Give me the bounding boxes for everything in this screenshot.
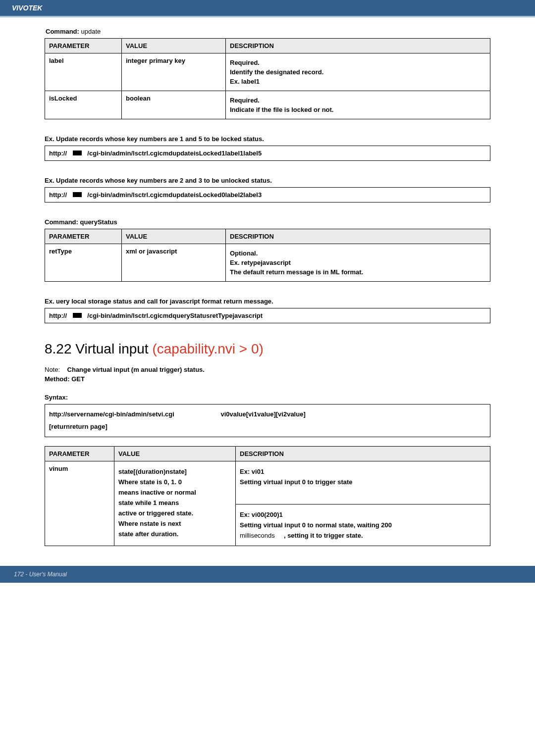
table-header-row: PARAMETER VALUE DESCRIPTION (45, 447, 490, 461)
desc-line: Required. (230, 97, 486, 104)
note-prefix: Note: (45, 366, 60, 373)
command-value: update (81, 28, 101, 35)
vinum-param-table: PARAMETER VALUE DESCRIPTION vinum state[… (45, 446, 490, 546)
desc-span: , setting it to trigger state. (284, 532, 363, 539)
desc-line: Indicate if the file is locked or not. (230, 106, 486, 113)
desc-line: Optional. (230, 250, 486, 257)
desc-cell: Required. Indicate if the file is locked… (226, 91, 490, 119)
section-heading: 8.22 Virtual input (capability.nvi > 0) (45, 341, 490, 357)
col-parameter: PARAMETER (45, 39, 122, 53)
page-content: Command: update PARAMETER VALUE DESCRIPT… (0, 17, 535, 546)
note-text: Change virtual input (m anual trigger) s… (67, 366, 205, 373)
col-description: DESCRIPTION (226, 39, 490, 53)
url-prefix: http:// (49, 150, 67, 157)
desc-cell: Optional. Ex. retypejavascript The defau… (226, 244, 490, 282)
col-parameter: PARAMETER (45, 447, 114, 461)
table-row: label integer primary key Required. Iden… (45, 53, 490, 91)
brand-header: VIVOTEK (0, 0, 535, 17)
page-footer: 172 - User's Manual (0, 566, 535, 583)
method-text: Method: GET (45, 375, 85, 383)
redacted-host-icon (73, 192, 82, 197)
desc-span: milliseconds (240, 532, 275, 539)
col-parameter: PARAMETER (45, 229, 122, 244)
command-update-title: Command: update (45, 26, 490, 38)
syntax-label: Syntax: (45, 394, 490, 401)
brand-text: VIVOTEK (12, 4, 42, 12)
col-description: DESCRIPTION (236, 447, 490, 461)
desc-line: milliseconds , setting it to trigger sta… (240, 532, 486, 539)
col-value: VALUE (122, 39, 226, 53)
value-line: Where state is 0, 1. 0 (118, 478, 231, 486)
col-value: VALUE (114, 447, 236, 461)
desc-line: Ex. label1 (230, 78, 486, 85)
value-line: Where nstate is next (118, 520, 231, 527)
col-description: DESCRIPTION (226, 229, 490, 244)
example-label: Ex. Update records whose key numbers are… (45, 177, 490, 184)
command-query-title: Command: queryStatus (45, 218, 490, 226)
note-line: Note: Change virtual input (m anual trig… (45, 366, 490, 373)
redacted-host-icon (73, 313, 82, 318)
example-label: Ex. uery local storage status and call f… (45, 298, 490, 305)
syntax-left: http://servername/cgi-bin/admin/setvi.cg… (49, 410, 174, 418)
value-line: means inactive or normal (118, 489, 231, 496)
query-param-table: PARAMETER VALUE DESCRIPTION retType xml … (45, 229, 490, 282)
example-url-box: http:// /cgi-bin/admin/lsctrl.cgicmdupda… (45, 187, 490, 202)
table-header-row: PARAMETER VALUE DESCRIPTION (45, 229, 490, 244)
url-path: /cgi-bin/admin/lsctrl.cgicmdupdateisLock… (87, 191, 262, 199)
redacted-host-icon (73, 151, 82, 155)
desc-cell: Required. Identify the designated record… (226, 53, 490, 91)
desc-line: Setting virtual input 0 to normal state,… (240, 521, 486, 529)
value-line: state while 1 means (118, 499, 231, 506)
url-path: /cgi-bin/admin/lsctrl.cgicmdupdateisLock… (87, 150, 262, 157)
desc-line: Required. (230, 59, 486, 66)
example-url-box: http:// /cgi-bin/admin/lsctrl.cgicmdquer… (45, 308, 490, 323)
value-line: state after duration. (118, 530, 231, 538)
table-header-row: PARAMETER VALUE DESCRIPTION (45, 39, 490, 53)
table-row: retType xml or javascript Optional. Ex. … (45, 244, 490, 282)
section-condition: (capability.nvi > 0) (152, 341, 263, 356)
desc-line: Ex: vi01 (240, 468, 486, 475)
url-path: /cgi-bin/admin/lsctrl.cgicmdqueryStatusr… (87, 312, 263, 319)
desc-cell: Ex: vi01 Setting virtual input 0 to trig… (236, 461, 490, 546)
url-prefix: http:// (49, 312, 67, 319)
update-param-table: PARAMETER VALUE DESCRIPTION label intege… (45, 38, 490, 119)
desc-line: The default return message is in ML form… (230, 268, 486, 276)
param-cell: retType (45, 244, 122, 282)
param-cell: isLocked (45, 91, 122, 119)
desc-line: Identify the designated record. (230, 68, 486, 76)
desc-line: Setting virtual input 0 to trigger state (240, 478, 486, 486)
section-number: 8.22 Virtual input (45, 341, 149, 356)
value-cell: integer primary key (122, 53, 226, 91)
syntax-right: vi0value[vi1value][vi2value] (220, 408, 305, 421)
value-line: active or triggered state. (118, 509, 231, 517)
value-cell: xml or javascript (122, 244, 226, 282)
footer-text: 172 - User's Manual (14, 571, 67, 578)
desc-line: Ex: vi00(200)1 (240, 511, 486, 518)
desc-line: Ex. retypejavascript (230, 259, 486, 266)
url-prefix: http:// (49, 191, 67, 199)
example-label: Ex. Update records whose key numbers are… (45, 135, 490, 143)
table-row: isLocked boolean Required. Indicate if t… (45, 91, 490, 119)
value-line: state[(duration)nstate] (118, 468, 231, 475)
param-cell: label (45, 53, 122, 91)
value-cell: boolean (122, 91, 226, 119)
example-url-box: http:// /cgi-bin/admin/lsctrl.cgicmdupda… (45, 146, 490, 161)
method-line: Method: GET (45, 375, 490, 383)
syntax-line2: [returnreturn page] (49, 423, 107, 430)
command-prefix: Command: (46, 28, 79, 35)
col-value: VALUE (122, 229, 226, 244)
syntax-box: http://servername/cgi-bin/admin/setvi.cg… (45, 404, 490, 437)
table-row: vinum state[(duration)nstate] Where stat… (45, 461, 490, 546)
param-cell: vinum (45, 461, 114, 546)
value-cell: state[(duration)nstate] Where state is 0… (114, 461, 236, 546)
